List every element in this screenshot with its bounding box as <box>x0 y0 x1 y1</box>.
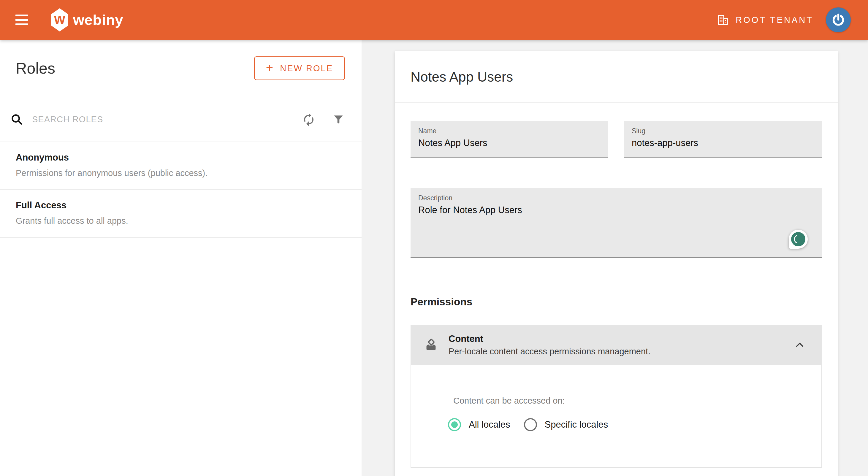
name-input[interactable] <box>418 138 600 148</box>
role-item-description: Permissions for anonymous users (public … <box>16 168 346 178</box>
role-list-item-full-access[interactable]: Full Access Grants full access to all ap… <box>0 190 362 238</box>
radio-option-all-locales[interactable]: All locales <box>448 418 510 431</box>
slug-input[interactable] <box>632 138 814 148</box>
role-detail-card: Notes App Users Name Slug Description Ro… <box>395 51 838 476</box>
role-item-title: Full Access <box>16 200 346 211</box>
role-list-item-anonymous[interactable]: Anonymous Permissions for anonymous user… <box>0 142 362 190</box>
content-permissions-accordion: Content Per-locale content access permis… <box>410 325 822 468</box>
radio-specific-locales[interactable] <box>524 418 537 431</box>
radio-specific-locales-label: Specific locales <box>545 419 608 430</box>
name-field[interactable]: Name <box>410 121 608 158</box>
name-field-label: Name <box>418 127 600 135</box>
menu-icon[interactable] <box>16 14 28 25</box>
name-slug-row: Name Slug <box>410 121 822 158</box>
search-icon <box>10 113 24 126</box>
chat-widget-button[interactable] <box>789 230 808 249</box>
radio-option-specific-locales[interactable]: Specific locales <box>524 418 608 431</box>
locales-radio-group: All locales Specific locales <box>448 418 822 431</box>
webiny-wordmark: webiny <box>73 11 123 28</box>
role-item-description: Grants full access to all apps. <box>16 216 346 226</box>
app-bar: W webiny ROOT TENANT <box>0 0 868 40</box>
webiny-logo-letter: W <box>54 13 65 27</box>
slug-field-label: Slug <box>632 127 814 135</box>
new-role-button-label: NEW ROLE <box>280 64 333 73</box>
refresh-icon <box>302 113 316 127</box>
filter-button[interactable] <box>332 113 345 126</box>
ballot-box-icon <box>424 338 438 353</box>
content-accordion-body: Content can be accessed on: All locales … <box>410 365 822 468</box>
webiny-hexagon-icon: W <box>51 8 68 31</box>
roles-search-bar <box>0 97 362 142</box>
refresh-button[interactable] <box>302 113 316 127</box>
chat-widget-spinner <box>791 232 805 246</box>
content-accordion-description: Per-locale content access permissions ma… <box>448 347 650 356</box>
content-access-label: Content can be accessed on: <box>453 396 822 406</box>
permissions-heading: Permissions <box>410 296 822 308</box>
building-icon <box>717 14 729 26</box>
roles-panel-header: Roles + NEW ROLE <box>0 40 362 97</box>
page-title: Roles <box>16 59 55 77</box>
chevron-up-icon[interactable] <box>794 340 805 351</box>
menu-bar <box>16 24 28 25</box>
content-accordion-text: Content Per-locale content access permis… <box>448 334 650 356</box>
spinner-arc-icon <box>792 232 805 246</box>
slug-field[interactable]: Slug <box>624 121 822 158</box>
description-field-label: Description <box>418 194 814 202</box>
tenant-selector[interactable]: ROOT TENANT <box>717 14 813 26</box>
radio-all-locales[interactable] <box>448 418 461 431</box>
menu-bar <box>16 19 28 21</box>
webiny-logo: W webiny <box>51 8 123 31</box>
app-bar-right: ROOT TENANT <box>717 7 856 32</box>
filter-icon <box>332 113 345 126</box>
role-detail-body: Name Slug Description Role for Notes App… <box>395 121 838 468</box>
role-item-title: Anonymous <box>16 152 346 163</box>
role-detail-title: Notes App Users <box>410 69 513 85</box>
user-avatar[interactable] <box>826 7 851 32</box>
description-field[interactable]: Description Role for Notes App Users <box>410 188 822 258</box>
tenant-label: ROOT TENANT <box>736 15 813 25</box>
search-input[interactable] <box>31 114 294 125</box>
role-detail-header: Notes App Users <box>395 51 838 103</box>
content-accordion-title: Content <box>448 334 650 344</box>
roles-list-panel: Roles + NEW ROLE Anonymous Permissions f… <box>0 40 362 476</box>
content-accordion-header[interactable]: Content Per-locale content access permis… <box>410 325 822 365</box>
menu-bar <box>16 14 28 16</box>
power-icon <box>831 12 846 28</box>
description-input[interactable]: Role for Notes App Users <box>418 205 814 223</box>
radio-all-locales-label: All locales <box>469 419 510 430</box>
new-role-button[interactable]: + NEW ROLE <box>254 56 345 80</box>
